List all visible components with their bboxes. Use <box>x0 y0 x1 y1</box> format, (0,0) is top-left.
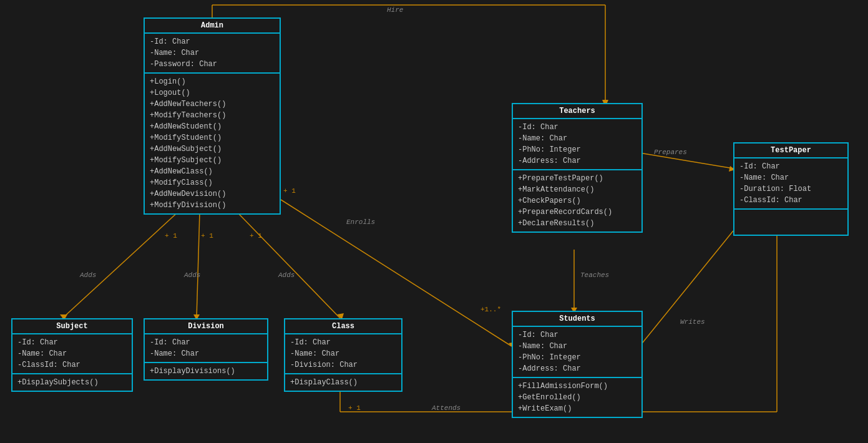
class-attrs: -Id: Char -Name: Char -Division: Char <box>285 334 401 374</box>
hire-label: Hire <box>387 6 403 14</box>
teachers-attrs: -Id: Char -Name: Char -PhNo: Integer -Ad… <box>513 119 641 170</box>
enrolls-label: Enrolls <box>346 218 375 226</box>
prepares-label: Prepares <box>654 148 687 156</box>
admin-attrs: -Id: Char -Name: Char -Password: Char <box>145 34 280 74</box>
subject-title: Subject <box>12 319 132 334</box>
mult-admin-subject: + 1 <box>165 232 177 240</box>
subject-class: Subject -Id: Char -Name: Char -ClassId: … <box>11 318 133 392</box>
class-class: Class -Id: Char -Name: Char -Division: C… <box>284 318 402 392</box>
mult-admin-class: + 1 <box>250 232 262 240</box>
teaches-label: Teaches <box>580 271 609 279</box>
testpaper-class: TestPaper -Id: Char -Name: Char -Duratio… <box>733 142 849 236</box>
students-attrs: -Id: Char -Name: Char -PhNo: Integer -Ad… <box>513 327 641 378</box>
diagram-container: Admin -Id: Char -Name: Char -Password: C… <box>0 0 868 443</box>
admin-methods: +Login() +Logout() +AddNewTeachers() +Mo… <box>145 74 280 213</box>
students-class: Students -Id: Char -Name: Char -PhNo: In… <box>512 311 643 418</box>
svg-line-10 <box>197 212 200 318</box>
class-title: Class <box>285 319 401 334</box>
subject-methods: +DisplaySubjects() <box>12 374 132 391</box>
students-title: Students <box>513 312 641 327</box>
writes-label: Writes <box>680 318 705 326</box>
mult-class-students: +1..* <box>480 306 501 313</box>
students-methods: +FillAdmissionForm() +GetEnrolled() +Wri… <box>513 378 641 417</box>
adds-class-label: Adds <box>278 271 295 279</box>
admin-class: Admin -Id: Char -Name: Char -Password: C… <box>144 17 281 215</box>
testpaper-attrs: -Id: Char -Name: Char -Duration: Float -… <box>734 158 847 210</box>
svg-line-12 <box>237 212 340 318</box>
attends-label: Attends <box>432 404 461 412</box>
subject-attrs: -Id: Char -Name: Char -ClassId: Char <box>12 334 132 374</box>
admin-title: Admin <box>145 19 280 34</box>
division-methods: +DisplayDivisions() <box>145 363 267 379</box>
mult-admin-division: + 1 <box>201 232 213 240</box>
class-methods: +DisplayClass() <box>285 374 401 391</box>
division-attrs: -Id: Char -Name: Char <box>145 334 267 363</box>
teachers-title: Teachers <box>513 104 641 119</box>
svg-line-20 <box>640 231 733 346</box>
teachers-methods: +PrepareTestPaper() +MarkAttendance() +C… <box>513 170 641 231</box>
teachers-class: Teachers -Id: Char -Name: Char -PhNo: In… <box>512 103 643 233</box>
svg-line-8 <box>62 212 178 318</box>
mult-admin-teachers: + 1 <box>283 187 296 195</box>
adds-subject-label: Adds <box>80 271 96 279</box>
adds-division-label: Adds <box>184 271 200 279</box>
division-title: Division <box>145 319 267 334</box>
testpaper-methods <box>734 210 847 235</box>
mult-class-attends: + 1 <box>348 404 361 412</box>
division-class: Division -Id: Char -Name: Char +DisplayD… <box>144 318 268 381</box>
testpaper-title: TestPaper <box>734 144 847 158</box>
